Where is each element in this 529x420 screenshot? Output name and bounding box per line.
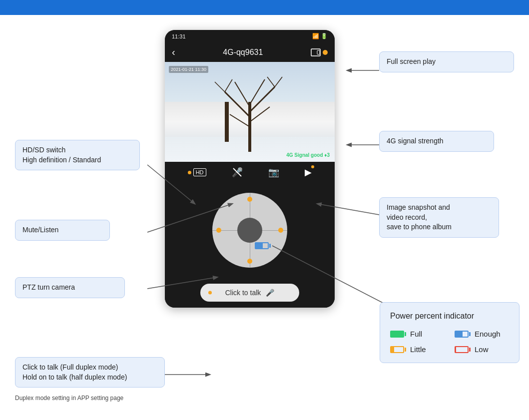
- annotation-signal: 4G signal strength: [379, 131, 494, 152]
- signal-text: 4G Signal good ♦3: [286, 152, 330, 158]
- hd-label: HD: [193, 168, 206, 176]
- talk-label: Click to talk: [225, 289, 261, 297]
- battery-full-tip: [405, 332, 406, 336]
- svg-rect-1: [317, 50, 320, 54]
- camera-feed: 2021-01-21 11:30 4G Signal good ♦3: [165, 62, 335, 162]
- battery-low-tip: [469, 348, 471, 352]
- battery-enough-icon: [455, 331, 471, 338]
- svg-line-12: [230, 114, 250, 127]
- annotation-hdsd-text: HD/SD switchHigh definition / Standard: [22, 146, 101, 164]
- annotation-talk: Click to talk (Full duplex mode)Hold on …: [15, 357, 165, 388]
- svg-line-7: [215, 82, 225, 92]
- hd-dot: [188, 171, 191, 174]
- phone-status-bar: 11:31 📶 🔋: [165, 30, 335, 42]
- battery-little-body: [390, 346, 404, 353]
- status-dot: [323, 50, 328, 55]
- svg-rect-0: [311, 49, 320, 56]
- talk-button[interactable]: Click to talk 🎤: [200, 284, 300, 302]
- annotation-talk-text: Click to talk (Full duplex mode)Hold on …: [22, 363, 127, 381]
- ptz-area: [165, 183, 335, 278]
- battery-low-body: [455, 346, 469, 353]
- svg-line-10: [267, 77, 275, 87]
- annotation-fullscreen-text: Full screen play: [387, 57, 436, 65]
- controls-bar: HD 🎤 📷 ▶: [165, 162, 335, 183]
- mute-button[interactable]: 🎤: [232, 167, 243, 178]
- ptz-dot-left: [216, 228, 221, 233]
- annotation-snapshot: Image snapshot andvideo record,save to p…: [379, 197, 499, 238]
- ptz-dot-top: [247, 197, 252, 202]
- power-title: Power percent indicator: [390, 311, 509, 322]
- power-enough-item: Enough: [455, 329, 509, 339]
- annotation-ptz-text: PTZ turn camera: [22, 283, 75, 291]
- phone-title-bar: ‹ 4G-qq9631: [165, 42, 335, 62]
- battery-low-fill: [456, 347, 456, 352]
- battery-enough-tip: [469, 332, 471, 336]
- tree-svg: [195, 72, 305, 152]
- mute-icon: 🎤: [232, 167, 243, 178]
- ptz-joystick[interactable]: [212, 193, 287, 268]
- annotation-fullscreen: Full screen play: [379, 51, 514, 72]
- annotation-snapshot-text: Image snapshot andvideo record,save to p…: [387, 203, 452, 231]
- battery-fill: [256, 243, 263, 248]
- annotation-mute: Mute/Listen: [15, 220, 110, 241]
- record-icon: ▶: [305, 167, 312, 178]
- battery-enough-fill: [456, 332, 463, 337]
- battery-indicator: [255, 242, 271, 249]
- battery-full-body: [390, 331, 404, 338]
- power-low-item: Low: [455, 344, 509, 355]
- svg-line-8: [225, 79, 232, 92]
- phone-icons: 📶 🔋: [312, 33, 328, 39]
- svg-line-3: [225, 92, 250, 117]
- battery-low-icon: [455, 346, 471, 353]
- ptz-dot-bottom: [247, 259, 252, 264]
- back-button[interactable]: ‹: [172, 46, 175, 58]
- battery-tip: [269, 244, 271, 248]
- power-full-item: Full: [390, 329, 445, 339]
- phone-time: 11:31: [172, 33, 186, 39]
- power-little-item: Little: [390, 344, 445, 355]
- svg-line-6: [250, 79, 265, 104]
- svg-line-4: [250, 87, 275, 112]
- talk-bar: Click to talk 🎤: [165, 278, 335, 308]
- battery-enough-display: [255, 242, 271, 249]
- battery-enough-body: [455, 331, 469, 338]
- camera-icon: 📷: [268, 167, 279, 178]
- power-annotation-box: Power percent indicator Full Enough: [380, 302, 520, 363]
- annotation-signal-text: 4G signal strength: [387, 137, 444, 145]
- battery-full-icon: [390, 331, 406, 338]
- annotation-ptz: PTZ turn camera: [15, 277, 125, 298]
- record-button[interactable]: ▶: [305, 167, 312, 178]
- power-little-label: Little: [410, 344, 426, 355]
- talk-dot: [208, 291, 212, 295]
- annotation-hdsd: HD/SD switchHigh definition / Standard: [15, 140, 140, 170]
- power-low-label: Low: [475, 344, 489, 355]
- ptz-dot-right: [278, 228, 283, 233]
- ptz-center-button[interactable]: [237, 218, 262, 243]
- battery-little-tip: [405, 348, 406, 352]
- fullscreen-icon: [311, 48, 321, 56]
- battery-body: [255, 242, 269, 249]
- duplex-note-text: Duplex mode setting in APP setting page: [15, 395, 123, 402]
- power-enough-label: Enough: [475, 329, 501, 339]
- microphone-icon: 🎤: [266, 289, 274, 297]
- annotation-mute-text: Mute/Listen: [22, 226, 58, 234]
- power-grid: Full Enough Little: [390, 329, 509, 355]
- date-overlay: 2021-01-21 11:30: [169, 66, 208, 73]
- snapshot-button[interactable]: 📷: [268, 167, 279, 178]
- phone-mockup: 11:31 📶 🔋 ‹ 4G-qq9631: [165, 30, 335, 308]
- svg-line-9: [275, 77, 282, 87]
- record-dot: [311, 165, 314, 168]
- hd-sd-button[interactable]: HD: [188, 168, 206, 176]
- power-full-label: Full: [410, 329, 422, 339]
- device-title: 4G-qq9631: [223, 48, 263, 57]
- duplex-note: Duplex mode setting in APP setting page: [15, 395, 123, 402]
- battery-little-fill: [391, 347, 394, 352]
- battery-little-icon: [390, 346, 406, 353]
- fullscreen-area[interactable]: [311, 48, 328, 56]
